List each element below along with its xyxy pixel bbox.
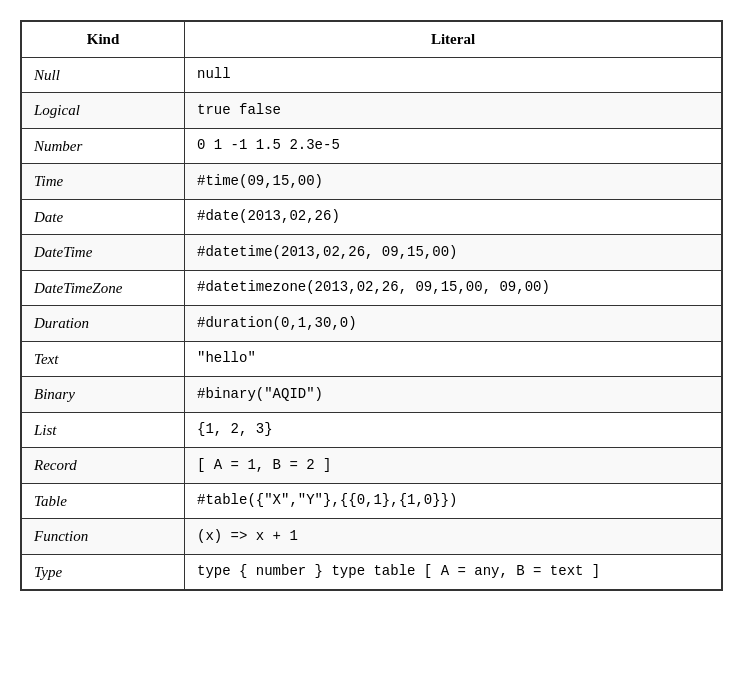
table-header-row: Kind Literal xyxy=(22,22,722,58)
kind-cell: Date xyxy=(22,199,185,235)
kind-cell: Number xyxy=(22,128,185,164)
kind-cell: Logical xyxy=(22,93,185,129)
table-row: Duration#duration(0,1,30,0) xyxy=(22,306,722,342)
table-row: Nullnull xyxy=(22,57,722,93)
kind-cell: Type xyxy=(22,554,185,590)
table-row: List{1, 2, 3} xyxy=(22,412,722,448)
table-row: Table#table({"X","Y"},{{0,1},{1,0}}) xyxy=(22,483,722,519)
literal-cell: #time(09,15,00) xyxy=(185,164,722,200)
literal-cell: #binary("AQID") xyxy=(185,377,722,413)
literal-cell: #date(2013,02,26) xyxy=(185,199,722,235)
kind-cell: DateTime xyxy=(22,235,185,271)
main-table-container: Kind Literal NullnullLogicaltrue falseNu… xyxy=(20,20,723,591)
table-row: Time#time(09,15,00) xyxy=(22,164,722,200)
table-row: DateTime#datetime(2013,02,26, 09,15,00) xyxy=(22,235,722,271)
literal-cell: #table({"X","Y"},{{0,1},{1,0}}) xyxy=(185,483,722,519)
table-row: DateTimeZone#datetimezone(2013,02,26, 09… xyxy=(22,270,722,306)
kind-cell: Null xyxy=(22,57,185,93)
literal-cell: type { number } type table [ A = any, B … xyxy=(185,554,722,590)
kind-cell: Duration xyxy=(22,306,185,342)
literal-cell: true false xyxy=(185,93,722,129)
kind-cell: DateTimeZone xyxy=(22,270,185,306)
table-row: Date#date(2013,02,26) xyxy=(22,199,722,235)
literal-cell: 0 1 -1 1.5 2.3e-5 xyxy=(185,128,722,164)
kind-cell: Time xyxy=(22,164,185,200)
table-row: Record[ A = 1, B = 2 ] xyxy=(22,448,722,484)
kind-cell: Text xyxy=(22,341,185,377)
literal-cell: {1, 2, 3} xyxy=(185,412,722,448)
literal-cell: #duration(0,1,30,0) xyxy=(185,306,722,342)
table-row: Number0 1 -1 1.5 2.3e-5 xyxy=(22,128,722,164)
kind-cell: Binary xyxy=(22,377,185,413)
table-row: Binary#binary("AQID") xyxy=(22,377,722,413)
literal-cell: #datetimezone(2013,02,26, 09,15,00, 09,0… xyxy=(185,270,722,306)
kind-cell: List xyxy=(22,412,185,448)
literal-cell: null xyxy=(185,57,722,93)
kind-cell: Record xyxy=(22,448,185,484)
table-row: Function(x) => x + 1 xyxy=(22,519,722,555)
table-row: Text"hello" xyxy=(22,341,722,377)
kind-cell: Table xyxy=(22,483,185,519)
literal-header: Literal xyxy=(185,22,722,58)
literals-table: Kind Literal NullnullLogicaltrue falseNu… xyxy=(21,21,722,590)
literal-cell: #datetime(2013,02,26, 09,15,00) xyxy=(185,235,722,271)
literal-cell: (x) => x + 1 xyxy=(185,519,722,555)
kind-cell: Function xyxy=(22,519,185,555)
table-row: Typetype { number } type table [ A = any… xyxy=(22,554,722,590)
kind-header: Kind xyxy=(22,22,185,58)
table-row: Logicaltrue false xyxy=(22,93,722,129)
literal-cell: [ A = 1, B = 2 ] xyxy=(185,448,722,484)
literal-cell: "hello" xyxy=(185,341,722,377)
